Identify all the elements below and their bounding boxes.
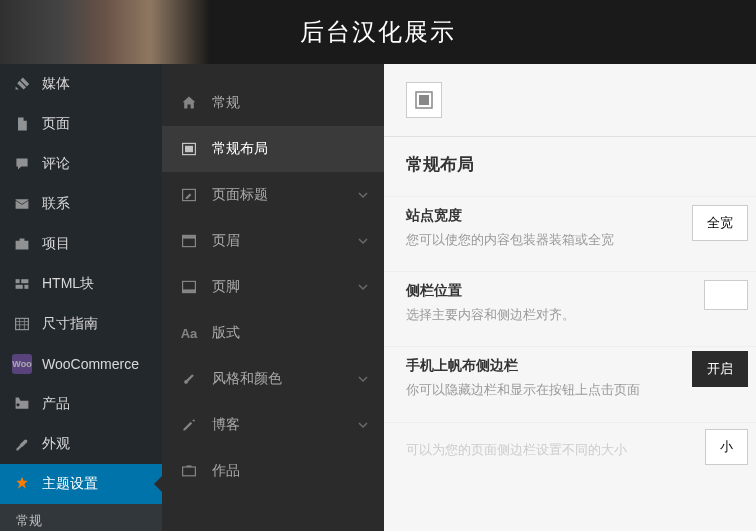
sidebar-item-theme-settings[interactable]: 主题设置 (0, 464, 162, 504)
nav-item-typography[interactable]: Aa 版式 (162, 310, 384, 356)
nav-item-works[interactable]: 作品 (162, 448, 384, 494)
svg-rect-15 (183, 289, 196, 292)
svg-rect-10 (185, 146, 193, 152)
sidebar-item-appearance[interactable]: 外观 (0, 424, 162, 464)
hero-bg-image (0, 0, 300, 64)
sidebar-item-contact[interactable]: 联系 (0, 184, 162, 224)
settings-panel: 常规布局 站点宽度 您可以使您的内容包装器装箱或全宽 全宽 侧栏位置 选择主要内… (384, 64, 756, 531)
field-label-mobile-sidebar: 手机上帆布侧边栏 (406, 357, 734, 375)
grid-icon (12, 314, 32, 334)
sidebar-item-label: 外观 (42, 435, 70, 453)
svg-rect-1 (21, 279, 28, 283)
mobile-sidebar-toggle[interactable]: 开启 (692, 351, 748, 387)
works-icon (180, 462, 198, 480)
field-label-sidebar-position: 侧栏位置 (406, 282, 734, 300)
sidebar-item-label: 评论 (42, 155, 70, 173)
sidebar-item-label: WooCommerce (42, 356, 139, 372)
sidebar-item-label: 项目 (42, 235, 70, 253)
field-desc: 你可以隐藏边栏和显示在按钮上点击页面 (406, 381, 734, 399)
nav-label: 版式 (212, 324, 240, 342)
nav-label: 风格和颜色 (212, 370, 282, 388)
sidebar-item-portfolio[interactable]: 项目 (0, 224, 162, 264)
type-icon: Aa (180, 324, 198, 342)
nav-item-style-colors[interactable]: 风格和颜色 (162, 356, 384, 402)
html-icon (12, 274, 32, 294)
field-desc: 您可以使您的内容包装器装箱或全宽 (406, 231, 734, 249)
nav-item-header[interactable]: 页眉 (162, 218, 384, 264)
sidebar-item-sizeguide[interactable]: 尺寸指南 (0, 304, 162, 344)
sidebar-item-htmlblock[interactable]: HTML块 (0, 264, 162, 304)
woo-icon: Woo (12, 354, 32, 374)
pencil-icon (180, 416, 198, 434)
theme-icon (12, 474, 32, 494)
field-desc: 可以为您的页面侧边栏设置不同的大小 (406, 441, 734, 459)
layout-icon (180, 140, 198, 158)
footer-icon (180, 278, 198, 296)
sidebar-position-select[interactable] (704, 280, 748, 310)
nav-item-general-layout[interactable]: 常规布局 (162, 126, 384, 172)
brush-icon (180, 370, 198, 388)
chevron-down-icon (358, 279, 368, 295)
sidebar-item-comments[interactable]: 评论 (0, 144, 162, 184)
field-desc: 选择主要内容和侧边栏对齐。 (406, 306, 734, 324)
sidebar-item-pages[interactable]: 页面 (0, 104, 162, 144)
home-icon (180, 94, 198, 112)
chevron-down-icon (358, 233, 368, 249)
nav-item-footer[interactable]: 页脚 (162, 264, 384, 310)
sidebar-item-label: 产品 (42, 395, 70, 413)
header-icon (180, 232, 198, 250)
nav-label: 页脚 (212, 278, 240, 296)
svg-rect-0 (16, 279, 20, 283)
sidebar-item-label: 尺寸指南 (42, 315, 98, 333)
nav-label: 常规 (212, 94, 240, 112)
edit-icon (180, 186, 198, 204)
nav-item-blog[interactable]: 博客 (162, 402, 384, 448)
portfolio-icon (12, 234, 32, 254)
product-icon (12, 394, 32, 414)
sidebar-item-products[interactable]: 产品 (0, 384, 162, 424)
sidebar-item-woocommerce[interactable]: Woo WooCommerce (0, 344, 162, 384)
chevron-down-icon (358, 417, 368, 433)
sidebar-item-label: 页面 (42, 115, 70, 133)
svg-rect-3 (24, 285, 28, 289)
sidebar-size-button[interactable]: 小 (705, 429, 748, 465)
chevron-down-icon (358, 187, 368, 203)
sidebar-item-label: 联系 (42, 195, 70, 213)
hero-title: 后台汉化展示 (300, 16, 456, 48)
comment-icon (12, 154, 32, 174)
nav-item-general[interactable]: 常规 (162, 80, 384, 126)
nav-label: 常规布局 (212, 140, 268, 158)
svg-rect-4 (16, 318, 29, 329)
svg-rect-16 (183, 467, 196, 476)
nav-item-page-title[interactable]: 页面标题 (162, 172, 384, 218)
mail-icon (12, 194, 32, 214)
panel-title: 常规布局 (384, 136, 756, 196)
panel-layout-icon (406, 82, 442, 118)
wp-admin-sidebar: 媒体 页面 评论 联系 项目 HTML块 尺寸指南 Woo WooCommerc (0, 64, 162, 531)
nav-label: 作品 (212, 462, 240, 480)
svg-rect-2 (16, 285, 23, 289)
sidebar-item-label: 主题设置 (42, 475, 98, 493)
sidebar-item-label: 媒体 (42, 75, 70, 93)
nav-label: 页面标题 (212, 186, 268, 204)
hero-banner: 后台汉化展示 (0, 0, 756, 64)
media-icon (12, 74, 32, 94)
theme-options-nav: 常规 常规布局 页面标题 页眉 页脚 Aa (162, 64, 384, 531)
appearance-icon (12, 434, 32, 454)
sidebar-sub-general[interactable]: 常规 (0, 504, 162, 531)
nav-label: 页眉 (212, 232, 240, 250)
field-label-site-width: 站点宽度 (406, 207, 734, 225)
site-width-button[interactable]: 全宽 (692, 205, 748, 241)
sidebar-item-label: HTML块 (42, 275, 94, 293)
nav-label: 博客 (212, 416, 240, 434)
svg-rect-13 (183, 235, 196, 238)
svg-rect-18 (419, 95, 429, 105)
page-icon (12, 114, 32, 134)
chevron-down-icon (358, 371, 368, 387)
sidebar-item-media[interactable]: 媒体 (0, 64, 162, 104)
